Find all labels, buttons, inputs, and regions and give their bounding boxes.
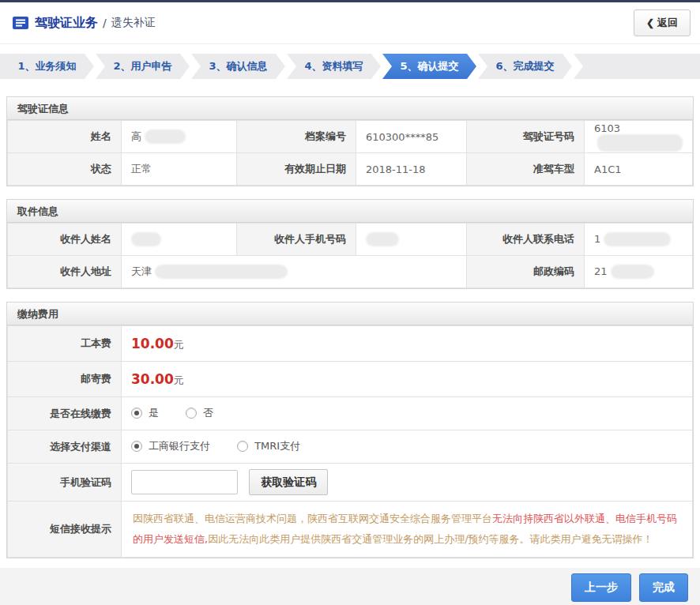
sms-notice-part1: 因陕西省联通、电信运营商技术问题，陕西省互联网交通安全综合服务管理平台 (133, 513, 492, 524)
payment-channel-options: 工商银行支付 TMRI支付 (122, 430, 693, 464)
status-value: 正常 (122, 153, 237, 186)
section-pickup-title: 取件信息 (7, 200, 693, 223)
table-row: 手机验证码 获取验证码 (8, 464, 693, 502)
captcha-label: 手机验证码 (8, 464, 122, 502)
table-row: 状态 正常 有效期止日期 2018-11-18 准驾车型 A1C1 (8, 153, 693, 186)
previous-step-button[interactable]: 上一步 (571, 573, 631, 602)
table-row: 选择支付渠道 工商银行支付 TMRI支付 (8, 430, 693, 464)
redaction-blur (366, 232, 399, 246)
step-tab-5-active[interactable]: 5、确认提交 (382, 54, 476, 79)
sms-notice-text: 因陕西省联通、电信运营商技术问题，陕西省互联网交通安全综合服务管理平台无法向持陕… (122, 502, 693, 558)
captcha-input[interactable] (131, 470, 238, 494)
recipient-phone-label: 收件人联系电话 (467, 224, 585, 256)
finish-button[interactable]: 完成 (639, 573, 688, 602)
recipient-name-value (122, 224, 237, 256)
pickup-info-table: 收件人姓名 收件人手机号码 收件人联系电话 1 收件人地址 天津 邮政编码 21 (7, 223, 693, 288)
step-tab-3[interactable]: 3、确认信息 (191, 54, 285, 79)
table-row: 姓名 高 档案编号 610300****85 驾驶证号码 6103 (8, 121, 693, 153)
document-icon (13, 17, 28, 29)
chevron-left-icon: ❮ (646, 17, 654, 28)
license-info-table: 姓名 高 档案编号 610300****85 驾驶证号码 6103 状态 正常 … (7, 120, 693, 186)
license-no-label: 驾驶证号码 (467, 121, 585, 153)
step-bar-filler (574, 54, 700, 79)
redaction-blur (604, 232, 671, 246)
page-title: 驾驶证业务 (35, 15, 98, 32)
table-row: 邮寄费 30.00元 (8, 362, 693, 397)
recipient-mobile-label: 收件人手机号码 (237, 224, 356, 256)
section-fees-title: 缴纳费用 (7, 302, 693, 325)
sms-notice-part3: 因此无法向此类用户提供陕西省交通管理业务的网上办理/预约等服务。请此类用户避免无… (208, 533, 653, 545)
step-tab-4[interactable]: 4、资料填写 (287, 54, 381, 79)
radio-online-no[interactable]: 否 (186, 406, 213, 420)
breadcrumb-separator: / (103, 17, 107, 29)
postal-code-value: 21 (585, 256, 693, 288)
recipient-mobile-value (356, 224, 467, 256)
get-captcha-button[interactable]: 获取验证码 (249, 469, 328, 495)
radio-channel-icbc[interactable]: 工商银行支付 (131, 439, 210, 453)
file-no-value: 610300****85 (356, 121, 467, 153)
name-value: 高 (122, 121, 237, 153)
sms-notice-label: 短信接收提示 (8, 502, 122, 558)
radio-unselected-icon (186, 408, 197, 419)
vehicle-type-value: A1C1 (585, 153, 693, 186)
step-tab-1[interactable]: 1、业务须知 (0, 54, 94, 79)
address-label: 收件人地址 (8, 256, 122, 288)
file-no-label: 档案编号 (237, 121, 356, 153)
table-row: 是否在线缴费 是 否 (8, 397, 693, 430)
radio-channel-tmri[interactable]: TMRI支付 (237, 439, 300, 453)
recipient-phone-value: 1 (585, 224, 693, 256)
table-row: 工本费 10.00元 (8, 326, 693, 362)
radio-online-yes[interactable]: 是 (131, 406, 159, 420)
postal-code-label: 邮政编码 (467, 256, 585, 288)
section-pickup-info: 取件信息 收件人姓名 收件人手机号码 收件人联系电话 1 收件人地址 天津 邮政… (6, 199, 694, 289)
section-fees: 缴纳费用 工本费 10.00元 邮寄费 30.00元 是否在线缴费 是 否 选择… (6, 302, 694, 558)
production-fee-value: 10.00元 (122, 326, 693, 362)
section-license-title: 驾驶证信息 (7, 97, 693, 120)
step-tab-2[interactable]: 2、用户申告 (96, 54, 190, 79)
page-subtitle: 遗失补证 (111, 16, 156, 30)
expiry-label: 有效期止日期 (237, 153, 356, 186)
postage-fee-value: 30.00元 (122, 362, 693, 397)
name-label: 姓名 (8, 121, 122, 153)
section-license-info: 驾驶证信息 姓名 高 档案编号 610300****85 驾驶证号码 6103 … (6, 96, 694, 186)
table-row: 收件人姓名 收件人手机号码 收件人联系电话 1 (8, 224, 693, 256)
recipient-name-label: 收件人姓名 (8, 224, 122, 256)
radio-unselected-icon (237, 441, 248, 452)
redaction-blur (131, 232, 161, 246)
status-label: 状态 (8, 153, 122, 186)
redaction-blur (155, 265, 288, 279)
captcha-controls: 获取验证码 (122, 464, 693, 502)
step-wizard: 1、业务须知 2、用户申告 3、确认信息 4、资料填写 5、确认提交 6、完成提… (0, 54, 700, 79)
page-header: 驾驶证业务 / 遗失补证 ❮ 返回 (0, 2, 700, 44)
redaction-blur (597, 134, 683, 152)
footer-action-bar: 上一步 完成 (0, 568, 700, 605)
step-tab-6[interactable]: 6、完成提交 (478, 54, 572, 79)
back-button-label: 返回 (657, 16, 678, 30)
radio-selected-icon (131, 441, 142, 452)
production-fee-label: 工本费 (8, 326, 122, 362)
license-no-value: 6103 (585, 121, 693, 153)
expiry-value: 2018-11-18 (356, 153, 467, 186)
back-button[interactable]: ❮ 返回 (634, 9, 691, 36)
table-row: 短信接收提示 因陕西省联通、电信运营商技术问题，陕西省互联网交通安全综合服务管理… (8, 502, 693, 558)
fees-table: 工本费 10.00元 邮寄费 30.00元 是否在线缴费 是 否 选择支付渠道 … (7, 325, 693, 558)
online-pay-label: 是否在线缴费 (8, 397, 122, 430)
online-pay-options: 是 否 (122, 397, 693, 430)
table-row: 收件人地址 天津 邮政编码 21 (8, 256, 693, 288)
redaction-blur (145, 130, 186, 144)
vehicle-type-label: 准驾车型 (467, 153, 585, 186)
redaction-blur (611, 265, 654, 279)
postage-fee-label: 邮寄费 (8, 362, 122, 397)
address-value: 天津 (122, 256, 467, 288)
radio-selected-icon (131, 408, 142, 419)
payment-channel-label: 选择支付渠道 (8, 430, 122, 464)
